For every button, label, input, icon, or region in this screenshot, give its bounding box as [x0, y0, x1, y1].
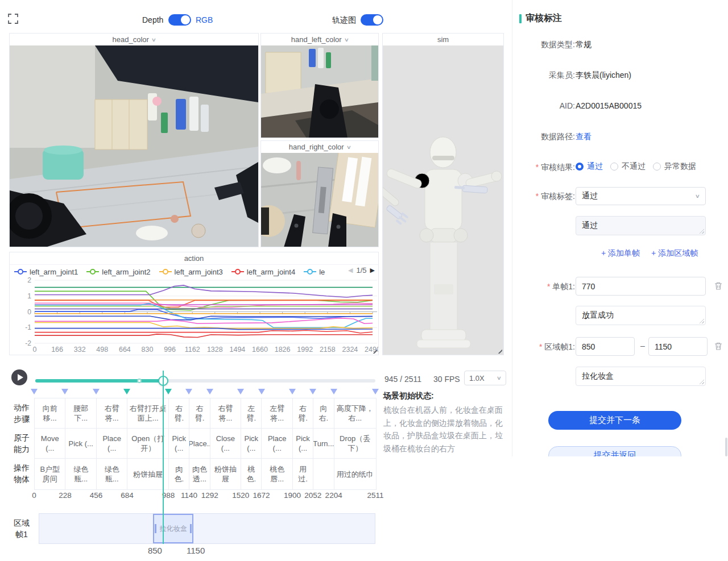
frame-tick-1520: 1520	[232, 491, 249, 500]
fullscreen-icon[interactable]	[8, 14, 18, 24]
frame-tick-228: 228	[59, 491, 72, 500]
row-label-region-frame: 区域帧1	[11, 513, 32, 544]
steps-column-2: 腰部下...Pick (...绿色瓶...	[65, 398, 96, 489]
segment-marker-2052[interactable]	[309, 389, 316, 394]
scrollbar-thumb[interactable]	[725, 438, 727, 456]
result-radio-通过[interactable]: 通过	[576, 161, 603, 172]
svg-text:-2: -2	[25, 339, 31, 347]
data-path-link[interactable]: 查看	[576, 131, 592, 142]
trajectory-toggle[interactable]	[361, 14, 383, 26]
svg-text:830: 830	[142, 346, 154, 354]
radio-dot	[610, 163, 618, 171]
ability-cell: Turn...	[313, 429, 333, 459]
steps-column-6: 右臂.Place..肉色透...	[189, 398, 210, 489]
add-single-frame-link[interactable]: + 添加单帧	[601, 248, 640, 259]
segment-marker-2511[interactable]	[372, 389, 379, 394]
svg-text:1162: 1162	[185, 346, 200, 354]
legend-marker-icon	[14, 269, 27, 275]
legend-item-left_arm_joint4[interactable]: left_arm_joint4	[231, 268, 295, 276]
legend-pagination: ◀ 1/5 ▶	[348, 266, 375, 275]
hand-right-camera-panel: hand_right_color∨	[260, 140, 379, 247]
legend-marker-icon	[159, 269, 172, 275]
segment-marker-1900[interactable]	[289, 389, 296, 394]
region-start-input[interactable]	[576, 337, 635, 356]
legend-next-icon[interactable]: ▶	[370, 267, 375, 274]
row-label-atomic-ability: 原子能力	[10, 428, 33, 458]
segment-marker-684[interactable]	[123, 389, 130, 394]
hand-right-camera-image	[261, 153, 378, 247]
delete-region-frame-icon[interactable]	[714, 342, 723, 351]
aid-value: A2D0015AB00015	[576, 100, 642, 111]
region-left-handle[interactable]	[155, 524, 156, 533]
legend-item-left_arm_joint1[interactable]: left_arm_joint1	[14, 268, 78, 276]
action-chart-panel: action left_arm_joint1left_arm_joint2lef…	[9, 252, 379, 355]
region-frame-track[interactable]: 拉化妆盒	[39, 513, 375, 544]
head-camera-title[interactable]: head_color∨	[10, 34, 258, 46]
hand-right-camera-title[interactable]: hand_right_color∨	[261, 141, 378, 153]
collector-label: 采集员:	[515, 69, 575, 81]
action-cell: 右臂.	[293, 398, 313, 429]
region-start-frame: 850	[148, 546, 162, 555]
row-label-objects: 操作物体	[10, 458, 33, 489]
segment-marker-1520[interactable]	[237, 389, 244, 394]
svg-text:0: 0	[33, 346, 37, 354]
svg-text:498: 498	[96, 346, 108, 354]
chevron-down-icon: ∨	[151, 37, 156, 43]
svg-text:996: 996	[164, 346, 176, 354]
region-frame-note[interactable]: 拉化妆盒	[576, 367, 706, 386]
svg-text:664: 664	[119, 346, 131, 354]
steps-column-7: 右臂将...Close (...粉饼抽屉	[210, 398, 241, 489]
hand-left-camera-title[interactable]: hand_left_color∨	[261, 34, 378, 46]
result-radio-异常数据[interactable]: 异常数据	[653, 161, 696, 172]
result-radio-不通过[interactable]: 不通过	[610, 161, 646, 172]
frame-tick-988: 988	[162, 491, 175, 500]
submit-next-button[interactable]: 提交并下一条	[548, 411, 681, 430]
region-end-input[interactable]	[648, 337, 708, 356]
svg-text:1660: 1660	[252, 346, 268, 354]
chart-legend: left_arm_joint1left_arm_joint2left_arm_j…	[14, 265, 325, 279]
segment-marker-1140[interactable]	[185, 389, 192, 394]
add-region-frame-link[interactable]: + 添加区域帧	[651, 248, 698, 259]
legend-item-left_arm_joint3[interactable]: left_arm_joint3	[159, 268, 223, 276]
ability-cell: Place (...	[262, 429, 292, 459]
segment-marker-1292[interactable]	[206, 389, 213, 394]
segment-marker-1672[interactable]	[258, 389, 265, 394]
legend-marker-icon	[86, 269, 99, 275]
ability-cell: Pick (...	[293, 429, 313, 459]
svg-text:0: 0	[27, 308, 31, 316]
segment-marker-0[interactable]	[31, 389, 38, 394]
depth-rgb-toggle[interactable]	[168, 14, 191, 26]
playback-slider[interactable]	[35, 379, 375, 383]
svg-text:1826: 1826	[275, 346, 291, 354]
playhead-line[interactable]	[163, 371, 164, 544]
action-cell: 高度下降，右...	[334, 398, 376, 429]
single-frame-note[interactable]: 放置成功	[576, 306, 706, 325]
review-panel-title: 审核标注	[526, 13, 562, 24]
tag-note-textarea[interactable]: 通过	[576, 216, 706, 235]
ability-cell: Place (...	[97, 429, 127, 459]
legend-prev-icon[interactable]: ◀	[348, 267, 353, 274]
region-right-handle[interactable]	[190, 524, 192, 533]
delete-single-frame-icon[interactable]	[714, 281, 723, 290]
review-tag-select[interactable]: 通过∨	[576, 187, 706, 205]
action-cell: 左臂将...	[262, 398, 292, 429]
object-cell	[313, 459, 333, 489]
play-button[interactable]	[11, 369, 27, 385]
range-dash: –	[640, 341, 645, 350]
hand-left-camera-image	[261, 45, 378, 138]
legend-item-le[interactable]: le	[304, 268, 325, 276]
row-label-action-steps: 动作步骤	[10, 398, 33, 428]
speed-select[interactable]: 1.0X∨	[464, 371, 506, 385]
segment-marker-2204[interactable]	[330, 389, 337, 394]
segment-marker-988[interactable]	[165, 389, 172, 394]
segment-marker-228[interactable]	[61, 389, 68, 394]
rgb-label: RGB	[196, 14, 213, 26]
segment-marker-456[interactable]	[93, 389, 100, 394]
chevron-down-icon: ∨	[344, 37, 349, 43]
single-frame-input[interactable]	[576, 277, 706, 296]
region-frame-segment[interactable]: 拉化妆盒	[153, 514, 193, 543]
scene-description: 场景初始状态: 梳妆台在机器人前，化妆盒在桌面上，化妆盒的侧边摆放着物品，化妆品…	[383, 391, 504, 455]
ability-cell: Drop（丢下）	[334, 429, 376, 459]
submit-back-button[interactable]: 提交并返回	[548, 446, 681, 456]
legend-item-left_arm_joint2[interactable]: left_arm_joint2	[86, 268, 150, 276]
